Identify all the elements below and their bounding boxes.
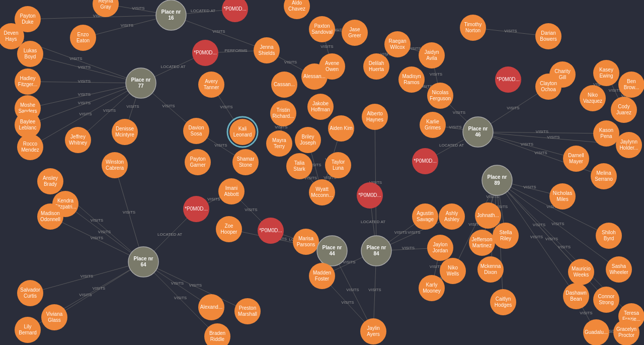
network-graph [0, 0, 644, 345]
